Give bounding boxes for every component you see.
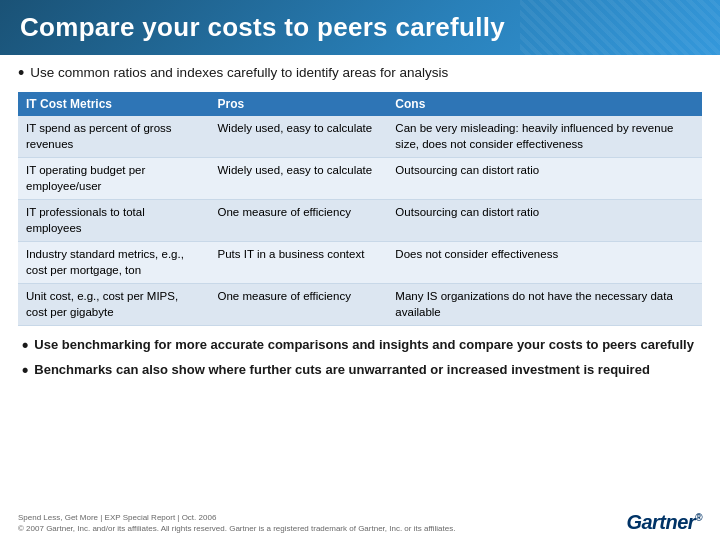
cell-metric: Unit cost, e.g., cost per MIPS, cost per… bbox=[18, 284, 210, 326]
bottom-bullets: • Use benchmarking for more accurate com… bbox=[18, 336, 702, 379]
footer-line1: Spend Less, Get More | EXP Special Repor… bbox=[18, 512, 455, 523]
cost-metrics-table: IT Cost Metrics Pros Cons IT spend as pe… bbox=[18, 92, 702, 326]
slide-title: Compare your costs to peers carefully bbox=[20, 12, 700, 43]
table-row: IT professionals to total employeesOne m… bbox=[18, 200, 702, 242]
registered-mark: ® bbox=[695, 512, 702, 523]
col-header-metrics: IT Cost Metrics bbox=[18, 92, 210, 116]
table-row: IT operating budget per employee/userWid… bbox=[18, 158, 702, 200]
slide: Compare your costs to peers carefully • … bbox=[0, 0, 720, 540]
table-row: Industry standard metrics, e.g., cost pe… bbox=[18, 242, 702, 284]
bottom-bullet-2: • Benchmarks can also show where further… bbox=[22, 361, 698, 379]
cell-cons: Does not consider effectiveness bbox=[387, 242, 702, 284]
cell-cons: Outsourcing can distort ratio bbox=[387, 200, 702, 242]
table-row: IT spend as percent of gross revenuesWid… bbox=[18, 116, 702, 158]
cell-cons: Can be very misleading: heavily influenc… bbox=[387, 116, 702, 158]
cell-pros: One measure of efficiency bbox=[210, 284, 388, 326]
footer-line2: © 2007 Gartner, Inc. and/or its affiliat… bbox=[18, 523, 455, 534]
cell-metric: IT professionals to total employees bbox=[18, 200, 210, 242]
gartner-logo: Gartner® bbox=[626, 511, 702, 534]
col-header-pros: Pros bbox=[210, 92, 388, 116]
cell-metric: IT spend as percent of gross revenues bbox=[18, 116, 210, 158]
table-row: Unit cost, e.g., cost per MIPS, cost per… bbox=[18, 284, 702, 326]
footer-text: Spend Less, Get More | EXP Special Repor… bbox=[18, 512, 455, 534]
cell-pros: Puts IT in a business context bbox=[210, 242, 388, 284]
cell-metric: Industry standard metrics, e.g., cost pe… bbox=[18, 242, 210, 284]
footer: Spend Less, Get More | EXP Special Repor… bbox=[18, 511, 702, 534]
col-header-cons: Cons bbox=[387, 92, 702, 116]
gartner-logo-text: Gartner bbox=[626, 511, 695, 533]
intro-text: Use common ratios and indexes carefully … bbox=[30, 65, 448, 80]
table-header-row: IT Cost Metrics Pros Cons bbox=[18, 92, 702, 116]
intro-bullet: • Use common ratios and indexes carefull… bbox=[18, 65, 702, 82]
cell-cons: Outsourcing can distort ratio bbox=[387, 158, 702, 200]
bullet-icon: • bbox=[18, 64, 24, 82]
bottom-bullet-1-text: Use benchmarking for more accurate compa… bbox=[34, 336, 694, 354]
cell-pros: Widely used, easy to calculate bbox=[210, 158, 388, 200]
cell-metric: IT operating budget per employee/user bbox=[18, 158, 210, 200]
cell-pros: Widely used, easy to calculate bbox=[210, 116, 388, 158]
bullet-icon: • bbox=[22, 361, 28, 379]
bottom-bullet-2-text: Benchmarks can also show where further c… bbox=[34, 361, 650, 379]
cell-pros: One measure of efficiency bbox=[210, 200, 388, 242]
header: Compare your costs to peers carefully bbox=[0, 0, 720, 55]
cell-cons: Many IS organizations do not have the ne… bbox=[387, 284, 702, 326]
bottom-bullet-1: • Use benchmarking for more accurate com… bbox=[22, 336, 698, 354]
bullet-icon: • bbox=[22, 336, 28, 354]
content-area: • Use common ratios and indexes carefull… bbox=[0, 55, 720, 395]
